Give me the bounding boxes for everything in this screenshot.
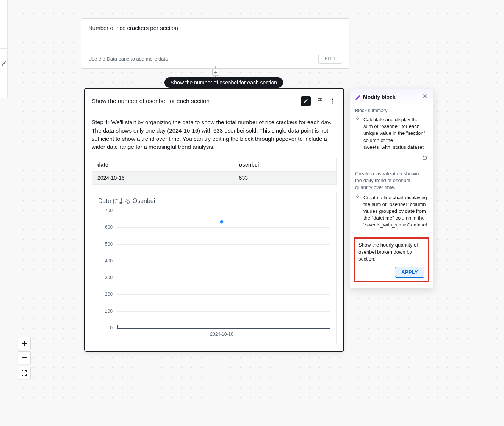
summary-text: Create a line chart displaying the sum o… xyxy=(363,194,428,229)
block-tooltip: Show the number of osenbei for each sect… xyxy=(164,77,283,88)
y-tick-label: 600 xyxy=(98,225,113,230)
edit-button[interactable]: EDIT xyxy=(318,54,342,64)
summary-text: Calculate and display the sum of "osenbe… xyxy=(363,116,428,151)
story-input-card: Number of rice crackers per section Use … xyxy=(81,18,349,69)
sub-description: Create a visualization showing the daily… xyxy=(355,170,428,191)
top-divider xyxy=(8,7,504,7)
close-icon xyxy=(422,94,428,99)
table-cell: 2024-10-16 xyxy=(92,172,234,185)
scatter-plot[interactable]: 01002003004005006007002024-10-16 xyxy=(98,211,330,338)
zoom-out-button[interactable] xyxy=(18,351,31,364)
y-tick-label: 100 xyxy=(98,309,113,314)
step-description: Step 1: We'll start by organizing the da… xyxy=(92,118,337,151)
block-title: Show the number of osenbei for each sect… xyxy=(92,98,210,105)
story-caption[interactable]: Number of rice crackers per section xyxy=(88,25,342,31)
more-menu-button[interactable] xyxy=(329,97,337,105)
sparkle-icon xyxy=(355,116,360,151)
y-tick-label: 300 xyxy=(98,275,113,280)
connector-line xyxy=(215,66,216,69)
panel-title: Modify block xyxy=(363,94,396,100)
x-tick-label: 2024-10-16 xyxy=(210,332,233,337)
pencil-spark-icon xyxy=(303,98,309,104)
data-pane-hint: Use the Data pane to add more data xyxy=(88,56,168,62)
left-gutter xyxy=(0,0,8,98)
close-button[interactable] xyxy=(422,94,428,100)
minus-icon xyxy=(21,355,27,361)
svg-point-0 xyxy=(332,98,333,100)
analysis-block: Show the number of osenbei for each sect… xyxy=(84,88,344,352)
data-table: date osenbei 2024-10-16 633 xyxy=(92,158,337,185)
chart-container: Date による Osenbei 01002003004005006007002… xyxy=(92,192,337,344)
chart-point[interactable] xyxy=(220,220,224,223)
svg-point-1 xyxy=(332,100,333,101)
wand-icon xyxy=(355,94,361,100)
flag-button[interactable] xyxy=(316,97,324,105)
table-header: osenbei xyxy=(234,158,337,172)
fullscreen-button[interactable] xyxy=(18,367,31,379)
table-header: date xyxy=(92,158,234,172)
y-tick-label: 700 xyxy=(98,208,113,213)
divider xyxy=(355,165,428,165)
y-tick-label: 0 xyxy=(98,325,113,331)
undo-icon xyxy=(422,154,428,161)
kebab-icon xyxy=(330,98,336,104)
y-tick-label: 500 xyxy=(98,242,113,247)
modify-block-panel: Modify block Block summary Calculate and… xyxy=(349,89,434,288)
edit-block-button[interactable] xyxy=(301,96,311,106)
summary-item: Calculate and display the sum of "osenbe… xyxy=(355,116,428,151)
prompt-input[interactable]: Show the hourly quantity of osenbei brok… xyxy=(358,242,424,264)
table-row: 2024-10-16 633 xyxy=(92,172,337,185)
chart-title: Date による Osenbei xyxy=(98,197,330,205)
fullscreen-icon xyxy=(21,370,27,376)
prompt-highlight: Show the hourly quantity of osenbei brok… xyxy=(354,237,429,282)
summary-item: Create a line chart displaying the sum o… xyxy=(355,194,428,229)
plus-icon xyxy=(21,340,27,346)
data-link[interactable]: Data xyxy=(106,56,117,62)
sparkle-icon xyxy=(355,194,360,229)
add-block-button-top[interactable]: + xyxy=(212,69,219,76)
collapse-icon xyxy=(1,61,7,67)
section-label: Block summary xyxy=(355,108,428,113)
table-cell: 633 xyxy=(234,172,337,185)
y-tick-label: 200 xyxy=(98,292,113,297)
flag-icon xyxy=(316,98,323,105)
y-tick-label: 400 xyxy=(98,258,113,264)
zoom-in-button[interactable] xyxy=(18,337,31,350)
undo-button[interactable] xyxy=(422,154,428,162)
apply-button[interactable]: APPLY xyxy=(395,267,424,278)
svg-point-2 xyxy=(332,102,333,103)
